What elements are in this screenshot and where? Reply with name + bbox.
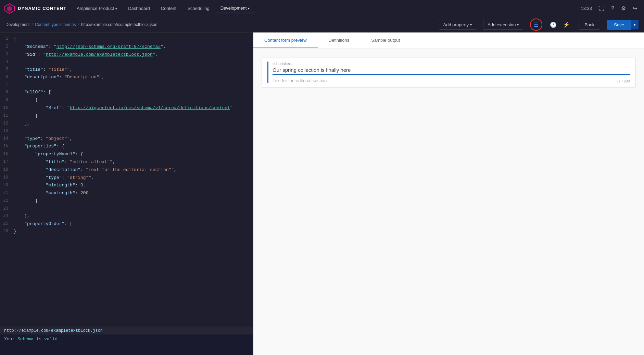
breadcrumb-schemas[interactable]: Content type schemas: [35, 22, 76, 27]
history-icon[interactable]: 🕐: [548, 19, 559, 30]
line-content: "title": "editorialtext"",: [14, 159, 253, 166]
line-content: "$schema": "http://json-schema.org/draft…: [14, 43, 253, 51]
nav-dashboard[interactable]: Dashboard: [123, 4, 155, 13]
line-number: 13: [0, 128, 14, 134]
schema-valid-bar: Your Schema is valid: [0, 334, 253, 355]
line-content: "$ref": "http://bigcontent.io/cms/schema…: [14, 105, 253, 112]
user-icon[interactable]: ↪: [630, 4, 640, 13]
line-content: ],: [14, 120, 253, 128]
code-line: 13: [0, 128, 253, 135]
line-content: "propertyName1": {: [14, 151, 253, 158]
line-number: 12: [0, 120, 14, 127]
code-line: 24 },: [0, 212, 253, 220]
logo-area: DYNAMIC CONTENT: [4, 3, 66, 14]
nav-caret-icon: [115, 6, 117, 11]
back-button[interactable]: Back: [579, 20, 600, 30]
code-line: 19 "type": "string"",: [0, 174, 253, 182]
code-line: 21 "maxLength": 200: [0, 189, 253, 197]
line-number: 7: [0, 82, 14, 88]
tab-content-form-preview[interactable]: Content form preview: [253, 33, 318, 48]
code-line: 14 "type": "object"",: [0, 135, 253, 143]
nav-scheduling[interactable]: Scheduling: [182, 4, 214, 13]
line-number: 26: [0, 228, 14, 235]
code-line: 12 ],: [0, 120, 253, 128]
help-icon[interactable]: ?: [608, 4, 617, 13]
code-line: 18 "description": "Text for the editoria…: [0, 166, 253, 174]
line-content: "allOf": [: [14, 89, 253, 96]
code-line: 15 "properties": {: [0, 143, 253, 150]
list-icon: ☰: [534, 22, 539, 28]
nav-content[interactable]: Content: [156, 4, 181, 13]
code-line: 5 "title": "Title"",: [0, 66, 253, 74]
line-number: 15: [0, 143, 14, 149]
line-number: 22: [0, 198, 14, 204]
logo-icon: [4, 3, 15, 14]
settings-sliders-icon[interactable]: ⚡: [561, 19, 572, 30]
add-extension-caret-icon: ▾: [517, 23, 519, 27]
line-number: 9: [0, 97, 14, 103]
breadcrumb-development: Development: [5, 22, 30, 27]
line-content: {: [14, 97, 253, 104]
right-panel: Content form preview Definitions Sample …: [253, 32, 644, 355]
nav-dev-caret-icon: [248, 5, 250, 11]
code-line: 9 {: [0, 96, 253, 104]
line-content: "description": "Text for the editorial s…: [14, 167, 253, 174]
code-line: 11 }: [0, 112, 253, 120]
tab-sample-output[interactable]: Sample output: [360, 33, 411, 48]
code-line: 1{: [0, 35, 253, 43]
code-line: 16 "propertyName1": {: [0, 150, 253, 158]
nav-amplience-product[interactable]: Amplience Product: [72, 4, 122, 13]
code-editor[interactable]: 1{2 "$schema": "http://json-schema.org/d…: [0, 32, 253, 327]
add-property-caret-icon: ▾: [470, 23, 472, 27]
preview-field-value[interactable]: Our spring collection is finally here: [273, 67, 630, 75]
line-number: 20: [0, 182, 14, 188]
add-property-button[interactable]: Add property ▾: [439, 20, 476, 30]
top-navigation: DYNAMIC CONTENT Amplience Product Dashbo…: [0, 0, 644, 17]
code-editor-panel: 1{2 "$schema": "http://json-schema.org/d…: [0, 32, 253, 355]
line-number: 1: [0, 36, 14, 42]
line-content: "type": "string"",: [14, 174, 253, 182]
breadcrumb-sep-1: /: [32, 22, 33, 27]
save-button[interactable]: Save: [607, 20, 631, 30]
add-extension-button[interactable]: Add extension ▾: [483, 20, 523, 30]
line-content: }: [14, 198, 253, 205]
line-number: 19: [0, 174, 14, 181]
preview-field-card: editorialtext Our spring collection is f…: [262, 57, 636, 88]
code-line: 3 "$id": "http://example.com/exampletext…: [0, 51, 253, 59]
code-line: 2 "$schema": "http://json-schema.org/dra…: [0, 43, 253, 51]
line-content: {: [14, 36, 253, 43]
line-content: "type": "object"",: [14, 135, 253, 143]
code-line: 23: [0, 205, 253, 212]
preview-icon[interactable]: ☰: [530, 18, 542, 31]
line-number: 24: [0, 213, 14, 219]
save-caret-button[interactable]: ▾: [631, 20, 639, 29]
preview-field-accent: editorialtext Our spring collection is f…: [267, 62, 630, 83]
code-line: 6 "description": "Description"",: [0, 74, 253, 81]
line-number: 14: [0, 135, 14, 142]
line-number: 8: [0, 89, 14, 95]
line-number: 23: [0, 206, 14, 212]
code-line: 25 "propertyOrder": []: [0, 220, 253, 228]
breadcrumb-file: http://example.com/exampletextblock.json: [81, 22, 157, 27]
save-button-group: Save ▾: [607, 20, 639, 30]
code-line: 22 }: [0, 197, 253, 205]
line-content: "propertyOrder": []: [14, 221, 253, 228]
line-number: 21: [0, 190, 14, 196]
code-line: 4: [0, 58, 253, 66]
preview-area: editorialtext Our spring collection is f…: [253, 49, 644, 355]
line-content: "description": "Description"",: [14, 74, 253, 81]
line-number: 11: [0, 113, 14, 119]
line-number: 5: [0, 66, 14, 73]
line-number: 16: [0, 151, 14, 157]
line-content: "title": "Title"",: [14, 66, 253, 74]
line-number: 6: [0, 74, 14, 80]
expand-icon[interactable]: ⛶: [596, 4, 607, 13]
line-content: }: [14, 228, 253, 235]
line-content: "minLength": 0,: [14, 182, 253, 189]
tabs-bar: Content form preview Definitions Sample …: [253, 32, 644, 49]
preview-field-counter: 37 / 200: [616, 79, 630, 83]
tab-definitions[interactable]: Definitions: [318, 33, 361, 48]
nav-development[interactable]: Development: [216, 3, 255, 13]
settings-icon[interactable]: ⚙: [618, 4, 629, 13]
code-line: 8 "allOf": [: [0, 89, 253, 96]
